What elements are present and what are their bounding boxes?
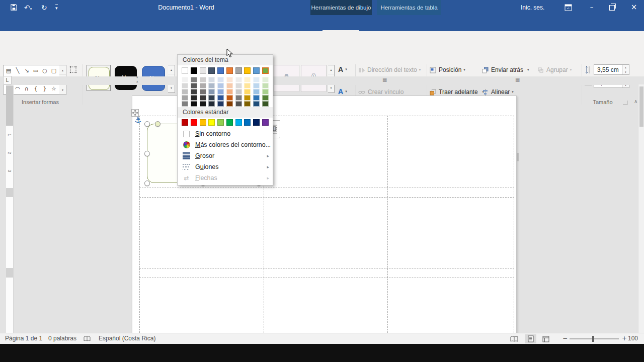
variant-color-swatch[interactable] bbox=[191, 89, 197, 95]
variant-color-swatch[interactable] bbox=[244, 83, 251, 88]
variant-color-swatch[interactable] bbox=[226, 83, 233, 88]
shape-height-field[interactable] bbox=[594, 64, 622, 75]
standard-color-swatch[interactable] bbox=[191, 119, 197, 126]
shape-handle-bottom-left[interactable] bbox=[144, 180, 150, 186]
shape-icon[interactable]: ○ bbox=[40, 66, 49, 75]
vertical-scrollbar[interactable] bbox=[638, 84, 644, 333]
zoom-slider-track[interactable] bbox=[570, 338, 619, 339]
variant-color-swatch[interactable] bbox=[262, 83, 269, 88]
variant-color-swatch[interactable] bbox=[244, 95, 251, 101]
variant-color-swatch[interactable] bbox=[217, 95, 224, 101]
variant-color-swatch[interactable] bbox=[253, 95, 260, 101]
variant-color-swatch[interactable] bbox=[217, 77, 224, 82]
shape-icon[interactable]: ↘ bbox=[22, 66, 31, 75]
variant-color-swatch[interactable] bbox=[262, 89, 269, 95]
group-button[interactable]: Agrupar▾ bbox=[537, 65, 572, 75]
standard-color-swatch[interactable] bbox=[262, 119, 269, 126]
theme-color-swatch[interactable] bbox=[208, 67, 215, 74]
variant-color-swatch[interactable] bbox=[182, 95, 188, 101]
theme-color-swatch[interactable] bbox=[253, 67, 260, 74]
web-layout-button[interactable] bbox=[542, 335, 549, 344]
variant-color-swatch[interactable] bbox=[200, 95, 206, 101]
variant-color-swatch[interactable] bbox=[191, 83, 197, 88]
close-button[interactable]: × bbox=[624, 0, 644, 15]
standard-color-swatch[interactable] bbox=[217, 119, 224, 126]
size-dialog-launcher[interactable] bbox=[623, 101, 627, 105]
variant-color-swatch[interactable] bbox=[182, 89, 188, 95]
shape-icon[interactable]: ▢ bbox=[49, 66, 58, 75]
variant-color-swatch[interactable] bbox=[191, 77, 197, 82]
hanging-indent-marker[interactable]: ▴ bbox=[136, 79, 138, 83]
menu-item-dashes[interactable]: Guiones ▸ bbox=[178, 161, 273, 172]
variant-color-swatch[interactable] bbox=[200, 101, 206, 107]
variant-color-swatch[interactable] bbox=[262, 101, 269, 107]
variant-color-swatch[interactable] bbox=[226, 77, 233, 82]
standard-color-swatch[interactable] bbox=[244, 119, 251, 126]
variant-color-swatch[interactable] bbox=[262, 95, 269, 101]
tab-stop-selector[interactable]: L bbox=[3, 76, 12, 84]
proofing-status-icon[interactable] bbox=[84, 335, 91, 344]
standard-color-swatch[interactable] bbox=[182, 119, 188, 126]
height-spinner[interactable]: ▴▾ bbox=[622, 64, 629, 75]
send-backward-button[interactable]: Enviar atrás▾ bbox=[482, 65, 529, 75]
ribbon-display-options-button[interactable] bbox=[565, 4, 572, 13]
restore-button[interactable] bbox=[602, 0, 622, 15]
zoom-slider-thumb[interactable] bbox=[592, 336, 594, 342]
zoom-in-button[interactable]: + bbox=[622, 333, 627, 344]
zoom-out-button[interactable]: − bbox=[562, 333, 568, 344]
variant-color-swatch[interactable] bbox=[235, 101, 242, 107]
theme-color-swatch[interactable] bbox=[191, 67, 197, 74]
variant-color-swatch[interactable] bbox=[244, 89, 251, 95]
table-column-marker[interactable]: ▦ bbox=[382, 77, 387, 82]
collapse-ribbon-button[interactable]: ∧ bbox=[634, 99, 637, 104]
variant-color-swatch[interactable] bbox=[253, 89, 260, 95]
shape-icon[interactable]: ╲ bbox=[13, 66, 22, 75]
variant-color-swatch[interactable] bbox=[208, 89, 215, 95]
variant-color-swatch[interactable] bbox=[235, 95, 242, 101]
variant-color-swatch[interactable] bbox=[182, 101, 188, 107]
scrollbar-thumb[interactable] bbox=[639, 86, 643, 127]
variant-color-swatch[interactable] bbox=[208, 77, 215, 82]
shape-icon[interactable]: ▭ bbox=[31, 66, 40, 75]
variant-color-swatch[interactable] bbox=[217, 89, 224, 95]
standard-color-swatch[interactable] bbox=[208, 119, 215, 126]
variant-color-swatch[interactable] bbox=[253, 101, 260, 107]
variant-color-swatch[interactable] bbox=[191, 95, 197, 101]
theme-color-swatch[interactable] bbox=[217, 67, 224, 74]
variant-color-swatch[interactable] bbox=[253, 83, 260, 88]
shape-icon[interactable]: ◠ bbox=[13, 84, 22, 93]
variant-color-swatch[interactable] bbox=[262, 77, 269, 82]
shape-icon[interactable]: { bbox=[31, 84, 40, 93]
variant-color-swatch[interactable] bbox=[226, 101, 233, 107]
shape-icon[interactable]: ▤ bbox=[4, 66, 13, 75]
print-layout-button-selected[interactable] bbox=[525, 334, 536, 343]
minimize-button[interactable]: – bbox=[582, 0, 602, 15]
variant-color-swatch[interactable] bbox=[208, 83, 215, 88]
menu-item-more-colors[interactable]: Más colores del contorno... bbox=[178, 139, 273, 150]
position-button[interactable]: Posición▾ bbox=[430, 65, 465, 75]
word-count[interactable]: 0 palabras bbox=[48, 333, 76, 344]
first-line-indent-marker[interactable]: ▾ bbox=[136, 75, 138, 79]
theme-color-swatch[interactable] bbox=[262, 67, 269, 74]
language-indicator[interactable]: Español (Costa Rica) bbox=[99, 333, 155, 344]
drawing-tools-header[interactable]: Herramientas de dibujo bbox=[310, 0, 372, 15]
variant-color-swatch[interactable] bbox=[226, 89, 233, 95]
sign-in-button[interactable]: Inic. ses. bbox=[521, 0, 544, 15]
variant-color-swatch[interactable] bbox=[208, 95, 215, 101]
variant-color-swatch[interactable] bbox=[208, 101, 215, 107]
variant-color-swatch[interactable] bbox=[191, 101, 197, 107]
variant-color-swatch[interactable] bbox=[182, 77, 188, 82]
theme-color-swatch[interactable] bbox=[244, 67, 251, 74]
text-fill-button[interactable]: A▾ bbox=[338, 64, 347, 74]
shape-handle-middle-left[interactable] bbox=[144, 151, 150, 156]
standard-color-swatch[interactable] bbox=[226, 119, 233, 126]
read-mode-button[interactable] bbox=[510, 335, 518, 344]
standard-color-swatch[interactable] bbox=[200, 119, 206, 126]
variant-color-swatch[interactable] bbox=[235, 83, 242, 88]
menu-item-no-outline[interactable]: Sin contorno bbox=[178, 128, 273, 139]
variant-color-swatch[interactable] bbox=[182, 83, 188, 88]
variant-color-swatch[interactable] bbox=[253, 77, 260, 82]
table-tools-header[interactable]: Herramientas de tabla bbox=[377, 0, 441, 15]
menu-item-weight[interactable]: Grosor ▸ bbox=[178, 150, 273, 161]
page-indicator[interactable]: Página 1 de 1 bbox=[5, 333, 42, 344]
